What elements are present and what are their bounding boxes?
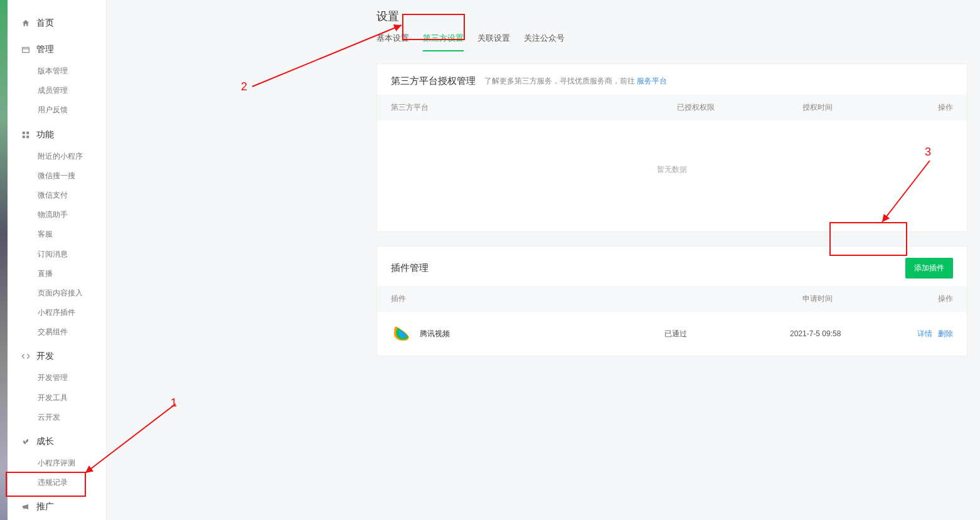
annotation-number-3: 3: [925, 146, 931, 159]
add-plugin-button[interactable]: 添加插件: [905, 258, 953, 279]
auth-table-head: 第三方平台 已授权权限 授权时间 操作: [377, 95, 967, 120]
sidebar-sub-nearby[interactable]: 附近的小程序: [8, 147, 106, 166]
col-platform: 第三方平台: [391, 102, 677, 113]
tab-basic[interactable]: 基本设置: [376, 29, 409, 51]
auth-subtitle: 了解更多第三方服务，寻找优质服务商，前往 服务平台: [484, 76, 667, 87]
col-plugin: 插件: [391, 294, 677, 304]
col-time: 授权时间: [802, 102, 915, 113]
sidebar-sub-pay[interactable]: 微信支付: [8, 186, 106, 205]
tab-thirdparty[interactable]: 第三方设置: [423, 29, 464, 51]
page-title: 设置: [376, 0, 967, 29]
sidebar-sub-devtools[interactable]: 开发工具: [8, 388, 106, 408]
sidebar-sub-feedback[interactable]: 用户反馈: [8, 100, 106, 120]
sidebar-label: 推广: [36, 501, 54, 512]
sidebar-item-growth[interactable]: 成长: [8, 430, 106, 454]
svg-rect-2: [26, 131, 29, 134]
col-action: 操作: [915, 102, 953, 113]
sidebar-sub-service[interactable]: 客服: [8, 225, 106, 244]
sidebar-sub-plugin[interactable]: 小程序插件: [8, 303, 106, 322]
tabs: 基本设置 第三方设置 关联设置 关注公众号: [376, 29, 967, 52]
tab-follow[interactable]: 关注公众号: [524, 29, 565, 51]
service-platform-link[interactable]: 服务平台: [637, 77, 667, 85]
sidebar-sub-logistics[interactable]: 物流助手: [8, 205, 106, 225]
home-icon: [21, 19, 30, 28]
plugin-row: 腾讯视频 已通过 2021-7-5 09:58 详情 删除: [377, 312, 967, 356]
annotation-number-2: 2: [241, 80, 247, 93]
sidebar-label: 开发: [36, 351, 54, 362]
sidebar-item-develop[interactable]: 开发: [8, 344, 106, 368]
plugin-table-head: 插件 申请时间 操作: [377, 286, 967, 312]
sidebar-item-features[interactable]: 功能: [8, 123, 106, 147]
plugin-name: 腾讯视频: [420, 329, 450, 339]
sidebar-sub-review[interactable]: 小程序评测: [8, 454, 106, 473]
sidebar: 首页 管理 版本管理 成员管理 用户反馈 功能 附近的小程序 微信搜一搜 微信支…: [8, 0, 107, 520]
sidebar-sub-cloud[interactable]: 云开发: [8, 408, 106, 427]
grid-icon: [21, 130, 30, 139]
sidebar-label: 管理: [36, 44, 54, 55]
sprout-icon: [21, 437, 30, 446]
sidebar-item-promote[interactable]: 推广: [8, 495, 106, 519]
plugin-card: 插件管理 添加插件 插件 申请时间 操作 腾讯视频 已通过 2021-7-5 0…: [376, 246, 967, 356]
sidebar-sub-pagecontent[interactable]: 页面内容接入: [8, 284, 106, 303]
sidebar-sub-violation[interactable]: 违规记录: [8, 473, 106, 492]
plugin-delete-link[interactable]: 删除: [938, 329, 953, 338]
svg-rect-0: [23, 48, 29, 53]
tencent-video-icon: [391, 323, 412, 344]
auth-title: 第三方平台授权管理: [391, 75, 476, 87]
sidebar-sub-subscribe[interactable]: 订阅消息: [8, 245, 106, 264]
sidebar-sub-devmanage[interactable]: 开发管理: [8, 368, 106, 388]
sidebar-sub-version[interactable]: 版本管理: [8, 61, 106, 81]
plugin-status: 已通过: [664, 329, 790, 339]
sidebar-label: 成长: [36, 436, 54, 447]
auth-card: 第三方平台授权管理 了解更多第三方服务，寻找优质服务商，前往 服务平台 第三方平…: [376, 63, 967, 232]
megaphone-icon: [21, 502, 30, 511]
sidebar-sub-live[interactable]: 直播: [8, 264, 106, 284]
decorative-edge: [0, 0, 8, 520]
svg-rect-1: [23, 131, 25, 134]
main-content: 设置 基本设置 第三方设置 关联设置 关注公众号 第三方平台授权管理 了解更多第…: [107, 0, 980, 520]
svg-rect-3: [23, 135, 25, 138]
col-apply-time-label: 申请时间: [802, 294, 915, 304]
sidebar-sub-trade[interactable]: 交易组件: [8, 322, 106, 342]
annotation-number-1: 1: [171, 396, 177, 410]
col-apply-time: [677, 294, 802, 304]
auth-empty: 暂无数据: [377, 120, 967, 231]
sidebar-sub-members[interactable]: 成员管理: [8, 81, 106, 100]
sidebar-label: 功能: [36, 129, 54, 141]
col-perm: 已授权权限: [677, 102, 802, 113]
plugin-time: 2021-7-5 09:58: [790, 329, 903, 338]
box-icon: [21, 45, 30, 54]
sidebar-label: 首页: [36, 18, 54, 29]
sidebar-item-manage[interactable]: 管理: [8, 38, 106, 61]
plugin-detail-link[interactable]: 详情: [917, 329, 932, 338]
sidebar-sub-search[interactable]: 微信搜一搜: [8, 166, 106, 186]
col-plugin-action: 操作: [915, 294, 953, 304]
code-icon: [21, 352, 30, 361]
tab-relation[interactable]: 关联设置: [477, 29, 510, 51]
svg-rect-4: [26, 135, 29, 138]
sidebar-item-home[interactable]: 首页: [8, 11, 106, 35]
plugin-title: 插件管理: [391, 262, 429, 274]
